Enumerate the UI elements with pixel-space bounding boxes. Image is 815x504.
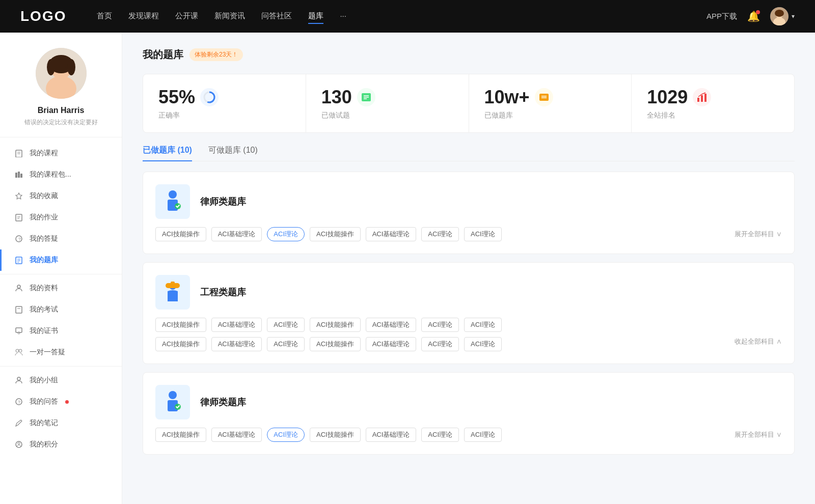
main-layout: Brian Harris 错误的决定比没有决定要好 我的课程 我的课程包... xyxy=(0,33,815,504)
profile-name: Brian Harris xyxy=(38,106,85,115)
sidebar: Brian Harris 错误的决定比没有决定要好 我的课程 我的课程包... xyxy=(0,33,122,504)
tag[interactable]: ACI技能操作 xyxy=(310,428,361,442)
svg-point-57 xyxy=(169,391,177,399)
sidebar-item-my-qna[interactable]: ? 我的答疑 xyxy=(0,228,122,249)
tag[interactable]: ACI基础理论 xyxy=(366,227,417,241)
logo[interactable]: LOGO xyxy=(20,8,66,24)
sidebar-item-my-profile[interactable]: 我的资料 xyxy=(0,277,122,299)
svg-rect-18 xyxy=(16,214,22,221)
nav-home[interactable]: 首页 xyxy=(97,9,112,24)
sidebar-item-my-qbank[interactable]: 我的题库 xyxy=(0,249,122,271)
tag[interactable]: ACI技能操作 xyxy=(310,227,361,241)
sidebar-item-my-favorites[interactable]: 我的收藏 xyxy=(0,185,122,207)
tag[interactable]: ACI理论 xyxy=(464,428,502,442)
sidebar-item-my-notes[interactable]: 我的笔记 xyxy=(0,412,122,434)
tag[interactable]: ACI基础理论 xyxy=(366,428,417,442)
sidebar-item-my-answers[interactable]: ? 我的问答 xyxy=(0,391,122,412)
sidebar-item-one-on-one[interactable]: 一对一答疑 xyxy=(0,342,122,363)
banks-icon xyxy=(538,92,550,103)
profile-icon xyxy=(14,284,23,293)
qbank-icon-lawyer2 xyxy=(155,385,190,419)
tag[interactable]: ACI理论 xyxy=(421,318,459,332)
sidebar-item-my-exam[interactable]: 我的考试 xyxy=(0,299,122,320)
nav-qbank[interactable]: 题库 xyxy=(308,9,323,24)
tag[interactable]: ACI基础理论 xyxy=(211,318,262,332)
sidebar-item-my-group[interactable]: 我的小组 xyxy=(0,370,122,391)
app-download[interactable]: APP下载 xyxy=(707,12,737,21)
questions-icon-wrap xyxy=(357,88,375,106)
tag-active[interactable]: ACI理论 xyxy=(267,227,305,241)
sidebar-item-my-packages[interactable]: 我的课程包... xyxy=(0,164,122,185)
notification-bell[interactable]: 🔔 xyxy=(747,10,760,22)
sidebar-label: 我的作业 xyxy=(30,213,58,222)
qbank-title-eng: 工程类题库 xyxy=(200,286,246,298)
tag[interactable]: ACI理论 xyxy=(464,337,502,351)
tab-available[interactable]: 可做题库 (10) xyxy=(208,145,258,161)
main-content: 我的题库 体验剩余23天！ 55% 正确率 13 xyxy=(122,33,815,504)
svg-rect-45 xyxy=(539,94,549,101)
tag[interactable]: ACI技能操作 xyxy=(310,318,361,332)
tag[interactable]: ACI基础理论 xyxy=(211,428,262,442)
nav-more[interactable]: ··· xyxy=(340,9,346,24)
sidebar-item-my-cert[interactable]: 我的证书 xyxy=(0,320,122,342)
banks-icon-wrap xyxy=(535,88,553,106)
svg-point-38 xyxy=(18,442,20,444)
tag[interactable]: ACI技能操作 xyxy=(155,318,206,332)
qna-icon: ? xyxy=(14,234,23,243)
qbank-icon-eng xyxy=(155,275,190,310)
stat-accuracy-value: 55% xyxy=(158,87,195,108)
svg-point-34 xyxy=(17,377,20,380)
rank-icon-wrap xyxy=(693,88,711,106)
qbank-card-engineering: 工程类题库 ACI技能操作 ACI基础理论 ACI理论 ACI技能操作 ACI基… xyxy=(143,262,795,364)
tag[interactable]: ACI技能操作 xyxy=(155,428,206,442)
nav-qa[interactable]: 问答社区 xyxy=(261,9,292,24)
profile-motto: 错误的决定比没有决定要好 xyxy=(24,118,98,127)
qbank-icon xyxy=(14,256,23,265)
lawyer-figure-icon-2 xyxy=(160,390,185,414)
tag[interactable]: ACI基础理论 xyxy=(366,337,417,351)
qbank-title-lawyer2: 律师类题库 xyxy=(200,396,246,408)
engineer-figure-icon xyxy=(160,280,185,304)
sidebar-menu: 我的课程 我的课程包... 我的收藏 我的作业 xyxy=(0,137,122,460)
tag[interactable]: ACI理论 xyxy=(421,227,459,241)
divider xyxy=(0,274,122,274)
stat-rank: 1029 全站排名 xyxy=(632,74,794,132)
lawyer-figure-icon xyxy=(160,189,185,214)
avatar xyxy=(770,7,789,25)
tag[interactable]: ACI技能操作 xyxy=(310,337,361,351)
svg-rect-15 xyxy=(18,172,20,178)
tag[interactable]: ACI基础理论 xyxy=(211,227,262,241)
svg-point-3 xyxy=(775,10,784,17)
group-icon xyxy=(14,376,23,385)
nav-open-class[interactable]: 公开课 xyxy=(175,9,198,24)
collapse-link-eng[interactable]: 收起全部科目 ∧ xyxy=(735,337,782,351)
tag[interactable]: ACI理论 xyxy=(267,318,305,332)
exam-icon xyxy=(14,305,23,314)
tag[interactable]: ACI理论 xyxy=(267,337,305,351)
tag[interactable]: ACI基础理论 xyxy=(366,318,417,332)
tab-done[interactable]: 已做题库 (10) xyxy=(143,145,192,161)
sidebar-item-my-points[interactable]: 我的积分 xyxy=(0,434,122,455)
tag[interactable]: ACI技能操作 xyxy=(155,227,206,241)
svg-rect-50 xyxy=(704,94,707,102)
user-avatar-button[interactable]: ▾ xyxy=(770,7,795,25)
tag-active[interactable]: ACI理论 xyxy=(267,428,305,442)
tag[interactable]: ACI基础理论 xyxy=(211,337,262,351)
expand-link-lawyer[interactable]: 展开全部科目 ∨ xyxy=(735,230,782,239)
tag[interactable]: ACI理论 xyxy=(464,318,502,332)
sidebar-label: 我的答疑 xyxy=(30,234,58,243)
tag[interactable]: ACI理论 xyxy=(421,428,459,442)
svg-text:?: ? xyxy=(18,400,20,405)
tag[interactable]: ACI理论 xyxy=(464,227,502,241)
svg-text:?: ? xyxy=(18,237,21,242)
notes-icon xyxy=(14,418,23,428)
sidebar-item-my-homework[interactable]: 我的作业 xyxy=(0,207,122,228)
sidebar-item-my-courses[interactable]: 我的课程 xyxy=(0,143,122,164)
tag[interactable]: ACI理论 xyxy=(421,337,459,351)
qbank-icon-lawyer xyxy=(155,184,190,219)
expand-link-lawyer2[interactable]: 展开全部科目 ∨ xyxy=(735,430,782,439)
profile-avatar xyxy=(36,48,87,99)
nav-news[interactable]: 新闻资讯 xyxy=(214,9,245,24)
tag[interactable]: ACI技能操作 xyxy=(155,337,206,351)
nav-discover[interactable]: 发现课程 xyxy=(128,9,159,24)
